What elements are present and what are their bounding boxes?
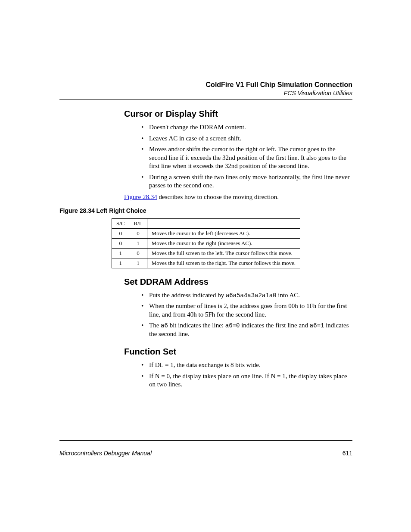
page-content: ColdFire V1 Full Chip Simulation Connect… (59, 81, 352, 392)
list-item: Leaves AC in case of a screen shift. (134, 134, 352, 143)
code-text: a6=0 (225, 322, 240, 329)
footer-title: Microcontrollers Debugger Manual (59, 450, 152, 457)
list-item: Puts the address indicated by a6a5a4a3a2… (134, 291, 352, 300)
table-row: 0 1 Moves the cursor to the right (incre… (112, 238, 300, 248)
left-right-choice-table: S/C R/L 0 0 Moves the cursor to the left… (112, 218, 300, 268)
table-cell: 0 (129, 228, 147, 238)
list-item: Moves and/or shifts the cursor to the ri… (134, 145, 352, 171)
paragraph-text: describes how to choose the moving direc… (157, 193, 279, 200)
heading-set-ddram: Set DDRAM Address (124, 277, 352, 287)
cursor-bullet-list: Doesn't change the DDRAM content. Leaves… (124, 123, 352, 190)
table-row: 0 0 Moves the cursor to the left (decrea… (112, 228, 300, 238)
table-cell: 1 (112, 248, 129, 258)
table-cell: Moves the full screen to the right. The … (147, 258, 300, 268)
footer-rule (59, 440, 352, 441)
text: The (149, 322, 161, 329)
text: indicates the first line and (240, 322, 309, 329)
table-cell: 0 (129, 248, 147, 258)
table-header-row: S/C R/L (112, 218, 300, 228)
figure-link[interactable]: Figure 28.34 (124, 193, 157, 200)
list-item: The a6 bit indicates the line: a6=0 indi… (134, 321, 352, 338)
table-row: 1 1 Moves the full screen to the right. … (112, 258, 300, 268)
list-item: If N = 0, the display takes place on one… (134, 372, 352, 389)
header-rule (59, 99, 352, 100)
heading-cursor-shift: Cursor or Display Shift (124, 109, 352, 119)
table-header: S/C (112, 218, 129, 228)
section-title: FCS Visualization Utilities (59, 90, 352, 96)
list-item: Doesn't change the DDRAM content. (134, 123, 352, 132)
table-cell: Moves the cursor to the right (increases… (147, 238, 300, 248)
text: into AC. (277, 292, 300, 299)
heading-function-set: Function Set (124, 347, 352, 357)
table-row: 1 0 Moves the full screen to the left. T… (112, 248, 300, 258)
table-cell: 1 (129, 258, 147, 268)
text: Puts the address indicated by (149, 292, 226, 299)
table-cell: 1 (112, 258, 129, 268)
figure-reference-paragraph: Figure 28.34 describes how to choose the… (124, 193, 352, 201)
running-header: ColdFire V1 Full Chip Simulation Connect… (59, 81, 352, 96)
list-item: During a screen shift the two lines only… (134, 173, 352, 190)
table-cell: 1 (129, 238, 147, 248)
table-cell: Moves the full screen to the left. The c… (147, 248, 300, 258)
code-text: a6 (161, 322, 168, 329)
list-item: If DL = 1, the data exchange is 8 bits w… (134, 361, 352, 370)
code-text: a6=1 (310, 322, 324, 329)
page-footer: Microcontrollers Debugger Manual 611 (59, 450, 352, 457)
ddram-bullet-list: Puts the address indicated by a6a5a4a3a2… (124, 291, 352, 339)
code-text: a6a5a4a3a2a1a0 (226, 292, 277, 299)
table-header: R/L (129, 218, 147, 228)
table-cell: 0 (112, 238, 129, 248)
figure-caption: Figure 28.34 Left Right Choice (59, 207, 352, 214)
figure-table-wrap: S/C R/L 0 0 Moves the cursor to the left… (59, 218, 352, 268)
body-content-2: Set DDRAM Address Puts the address indic… (124, 277, 352, 389)
text: bit indicates the line: (168, 322, 225, 329)
table-cell: 0 (112, 228, 129, 238)
funcset-bullet-list: If DL = 1, the data exchange is 8 bits w… (124, 361, 352, 389)
body-content: Cursor or Display Shift Doesn't change t… (124, 109, 352, 201)
list-item: When the number of lines is 2, the addre… (134, 302, 352, 319)
chapter-title: ColdFire V1 Full Chip Simulation Connect… (59, 81, 352, 89)
table-cell: Moves the cursor to the left (decreases … (147, 228, 300, 238)
page-number: 611 (342, 450, 352, 457)
table-header (147, 218, 300, 228)
